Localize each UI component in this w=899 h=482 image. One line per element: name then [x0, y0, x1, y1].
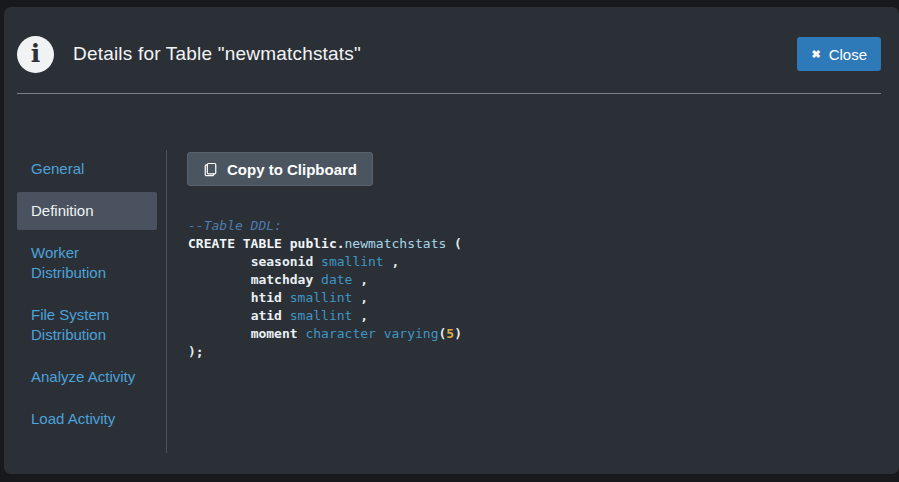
table-details-modal: i Details for Table "newmatchstats" ✖ Cl…: [4, 7, 899, 474]
info-icon-glyph: i: [31, 41, 41, 66]
sidebar-item-load-activity[interactable]: Load Activity: [17, 400, 157, 438]
sidebar-item-analyze-activity[interactable]: Analyze Activity: [17, 358, 157, 396]
sidebar-item-file-system-distribution[interactable]: File System Distribution: [17, 296, 157, 354]
copy-to-clipboard-button[interactable]: Copy to Clipboard: [187, 152, 373, 186]
modal-title: Details for Table "newmatchstats": [73, 43, 361, 65]
sidebar-item-worker-distribution[interactable]: Worker Distribution: [17, 234, 157, 292]
modal-header: i Details for Table "newmatchstats" ✖ Cl…: [4, 7, 899, 93]
close-button-label: Close: [829, 46, 867, 63]
detail-tabs-sidebar: General Definition Worker Distribution F…: [17, 150, 157, 442]
sidebar-item-general[interactable]: General: [17, 150, 157, 188]
close-button[interactable]: ✖ Close: [797, 37, 881, 71]
copy-button-label: Copy to Clipboard: [227, 161, 357, 178]
sidebar-divider: [166, 150, 167, 453]
definition-panel: Copy to Clipboard --Table DDL:CREATE TAB…: [187, 150, 462, 361]
sidebar-item-definition[interactable]: Definition: [17, 192, 157, 230]
copy-icon: [203, 162, 218, 177]
ddl-code: --Table DDL:CREATE TABLE public.newmatch…: [188, 217, 462, 361]
x-close-icon: ✖: [811, 49, 820, 60]
info-icon: i: [17, 36, 54, 73]
modal-body: General Definition Worker Distribution F…: [4, 94, 899, 474]
